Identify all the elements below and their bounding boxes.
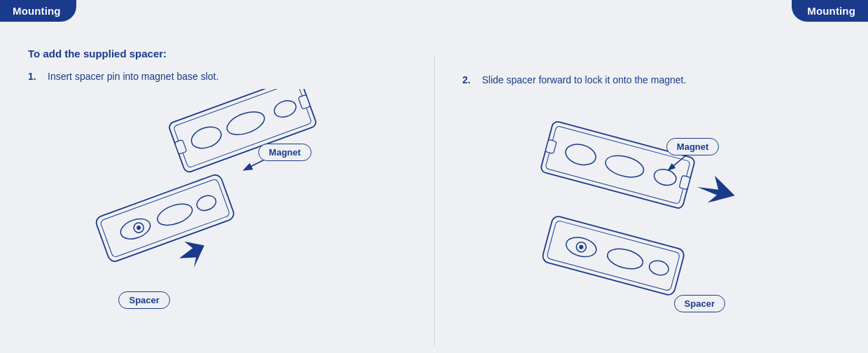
content-area: To add the supplied spacer: 1. Insert sp… — [0, 0, 868, 353]
panel-left: To add the supplied spacer: 1. Insert sp… — [0, 28, 434, 353]
svg-rect-8 — [94, 173, 236, 263]
magnet-label-right: Magnet — [666, 138, 720, 155]
section-title: To add the supplied spacer: — [28, 48, 406, 60]
svg-point-11 — [155, 200, 195, 229]
svg-point-19 — [563, 141, 598, 168]
svg-rect-17 — [540, 120, 695, 209]
svg-point-13 — [136, 225, 141, 230]
svg-rect-24 — [541, 215, 685, 296]
svg-rect-5 — [174, 139, 186, 154]
svg-point-14 — [195, 193, 218, 213]
spacer-label-left: Spacer — [118, 291, 169, 309]
diagram-right: Magnet Spacer — [463, 92, 841, 331]
svg-point-21 — [652, 167, 678, 188]
step-2-number: 2. — [463, 74, 482, 85]
magnet-label-left: Magnet — [258, 144, 312, 161]
step-2-text: Slide spacer forward to lock it onto the… — [482, 74, 687, 85]
svg-rect-23 — [679, 175, 690, 189]
diagram-left-svg — [28, 89, 406, 327]
svg-point-10 — [118, 215, 153, 242]
header-left-badge: Mounting — [0, 0, 76, 22]
step-2: 2. Slide spacer forward to lock it onto … — [463, 74, 841, 85]
header-right-badge: Mounting — [792, 0, 868, 22]
svg-point-20 — [603, 152, 645, 181]
svg-rect-9 — [100, 179, 230, 258]
svg-rect-22 — [545, 139, 556, 153]
spacer-label-right: Spacer — [674, 295, 725, 312]
step-1-text: Insert spacer pin into magnet base slot. — [48, 71, 218, 82]
svg-point-2 — [188, 123, 224, 152]
diagram-right-svg — [463, 92, 841, 331]
step-1: 1. Insert spacer pin into magnet base sl… — [28, 71, 406, 82]
svg-point-30 — [648, 258, 670, 277]
svg-marker-15 — [174, 235, 210, 271]
svg-point-29 — [578, 244, 583, 249]
svg-point-3 — [224, 107, 267, 139]
step-1-number: 1. — [28, 71, 48, 82]
diagram-left: Magnet Spacer — [28, 89, 406, 327]
svg-point-4 — [272, 98, 299, 120]
panel-right: 2. Slide spacer forward to lock it onto … — [435, 28, 869, 353]
svg-marker-31 — [694, 172, 738, 209]
svg-rect-6 — [298, 95, 310, 109]
svg-point-27 — [605, 245, 645, 272]
